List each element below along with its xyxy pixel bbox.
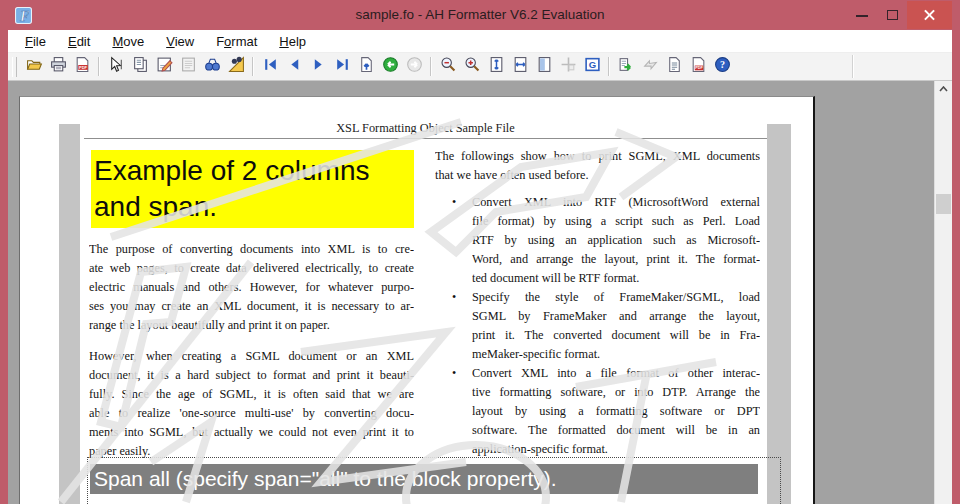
edit-button[interactable] — [152, 55, 176, 78]
paragraph: The purpose of converting documents into… — [89, 240, 414, 335]
copy-icon — [132, 56, 149, 77]
text-line: range the layout beautifully and print i… — [89, 316, 414, 335]
toolbar-separator — [608, 57, 610, 76]
open-button[interactable] — [22, 55, 46, 78]
text-line: ses you may create an XML document, it i… — [89, 297, 414, 316]
text-line: Specify the style of FrameMaker/SGML, lo… — [472, 288, 760, 307]
page-setup-icon — [358, 56, 375, 77]
fit-width-icon — [512, 56, 529, 77]
menu-move[interactable]: Move — [101, 32, 155, 51]
zoom-in-icon — [464, 56, 481, 77]
menu-view[interactable]: View — [155, 32, 205, 51]
fit-height-button[interactable] — [484, 55, 508, 78]
minimize-icon — [856, 15, 868, 17]
help-button[interactable]: ? — [710, 55, 734, 78]
bullet-icon: • — [452, 288, 456, 307]
close-button[interactable] — [907, 1, 952, 29]
output-pdf-button[interactable]: PDF — [686, 55, 710, 78]
scrollbar-thumb[interactable] — [936, 194, 951, 214]
run-format-button[interactable] — [614, 55, 638, 78]
document-heading: Example of 2 columnsand span. — [91, 150, 414, 228]
print-button[interactable] — [46, 55, 70, 78]
first-page-icon — [262, 56, 279, 77]
text-view-button[interactable] — [662, 55, 686, 78]
toolbar-grip[interactable] — [12, 57, 17, 77]
last-page-icon — [334, 56, 351, 77]
page-setup-button[interactable] — [354, 55, 378, 78]
area-select-button[interactable] — [224, 55, 248, 78]
edit-icon — [156, 56, 173, 77]
menu-help[interactable]: Help — [268, 32, 317, 51]
minimize-button[interactable] — [847, 1, 877, 29]
left-margin-strip — [59, 124, 80, 504]
menu-edit[interactable]: Edit — [57, 32, 101, 51]
text-line: and span. — [94, 189, 414, 225]
zoom-out-icon — [440, 56, 457, 77]
select-button[interactable] — [104, 55, 128, 78]
svg-text:PDF: PDF — [695, 66, 703, 70]
text-line: software. The formatted document will be… — [472, 421, 760, 440]
text-line: RTF by using an application such as Micr… — [472, 231, 760, 250]
svg-text:PDF: PDF — [79, 65, 88, 70]
back-icon — [382, 56, 399, 77]
text-line: tive formatting software, or into DTP. A… — [472, 383, 760, 402]
span-all-bar: Span all (specify span="all" to the bloc… — [90, 464, 758, 494]
text-line: SGML by FrameMaker and arrange the layou… — [472, 307, 760, 326]
menu-format[interactable]: Format — [205, 32, 268, 51]
stop-disabled-icon — [642, 56, 659, 77]
paragraph: The followings show how to print SGML, X… — [435, 147, 760, 185]
forward-button — [402, 55, 426, 78]
zoom-in-button[interactable] — [460, 55, 484, 78]
text-line: The followings show how to print SGML, X… — [435, 147, 760, 166]
edit-disabled-icon — [180, 56, 197, 77]
menu-bar: File Edit Move View Format Help — [8, 30, 952, 53]
text-line: able to realize 'one-source multi-use' b… — [89, 404, 414, 423]
save-pdf-icon: PDF — [74, 56, 91, 77]
scroll-up-button[interactable] — [935, 81, 952, 97]
fit-height-icon — [488, 56, 505, 77]
toolbar: PDFGPDF? — [8, 53, 952, 81]
fit-page-icon — [536, 56, 553, 77]
vertical-scrollbar[interactable] — [934, 81, 952, 504]
print-icon — [50, 56, 67, 77]
save-pdf-button[interactable]: PDF — [70, 55, 94, 78]
document-area: XSL Formatting Object Sample File Exampl… — [8, 81, 952, 504]
bullet-icon: • — [452, 193, 456, 212]
grid-disabled-icon — [560, 56, 577, 77]
prev-page-icon — [286, 56, 303, 77]
paragraph: However, when creating a SGML document o… — [89, 347, 414, 461]
last-page-button[interactable] — [330, 55, 354, 78]
go-to-tag-icon: G — [584, 56, 601, 77]
chevron-up-icon — [939, 86, 948, 92]
copy-button[interactable] — [128, 55, 152, 78]
toolbar-separator — [430, 57, 432, 76]
toolbar-band-edge — [852, 55, 854, 78]
menu-file[interactable]: File — [14, 32, 57, 51]
maximize-button[interactable] — [877, 1, 907, 29]
right-column: The followings show how to print SGML, X… — [435, 147, 760, 459]
open-icon — [26, 56, 43, 77]
page: XSL Formatting Object Sample File Exampl… — [19, 96, 815, 504]
next-page-icon — [310, 56, 327, 77]
fit-width-button[interactable] — [508, 55, 532, 78]
area-select-icon — [228, 56, 245, 77]
text-line: However, when creating a SGML document o… — [89, 347, 414, 366]
window-frame: File Edit Move View Format Help PDFGPDF?… — [8, 30, 952, 504]
text-line: Convert XML into a file format of other … — [472, 364, 760, 383]
find-button[interactable] — [200, 55, 224, 78]
prev-page-button[interactable] — [282, 55, 306, 78]
back-button[interactable] — [378, 55, 402, 78]
span-all-block[interactable]: Span all (specify span="all" to the bloc… — [87, 457, 781, 504]
select-icon — [108, 56, 125, 77]
zoom-out-button[interactable] — [436, 55, 460, 78]
window-title: sample.fo - AH Formatter V6.2 Evaluation — [0, 0, 960, 30]
next-page-button[interactable] — [306, 55, 330, 78]
go-to-tag-button[interactable]: G — [580, 55, 604, 78]
find-icon — [204, 56, 221, 77]
text-line: ate web pages, to create data delivered … — [89, 259, 414, 278]
list-item: •Convert XML into RTF (MicrosoftWord ext… — [435, 193, 760, 288]
fit-page-button[interactable] — [532, 55, 556, 78]
first-page-button[interactable] — [258, 55, 282, 78]
run-format-icon — [618, 56, 635, 77]
list-item: •Convert XML into a file format of other… — [435, 364, 760, 459]
